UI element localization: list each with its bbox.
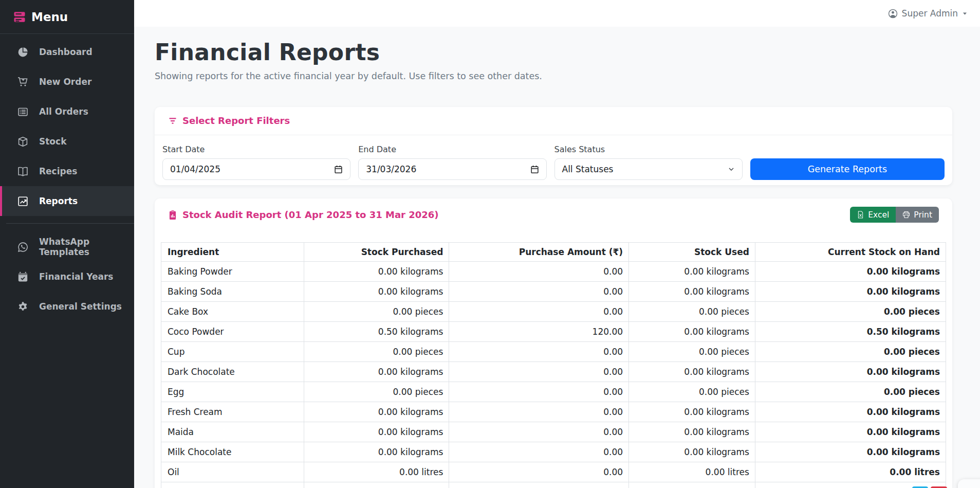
value-cell: 0.00 kilograms xyxy=(629,442,755,462)
sidebar-item-label: Financial Years xyxy=(39,272,114,282)
value-cell: 0.00 kilograms xyxy=(629,402,755,422)
page-title: Financial Reports xyxy=(155,40,952,65)
sidebar-item-label: General Settings xyxy=(39,301,122,312)
graph-up-icon xyxy=(17,196,28,207)
ingredient-cell: Fresh Cream xyxy=(161,402,304,422)
user-name: Super Admin xyxy=(902,8,958,19)
value-cell: 0.00 pieces xyxy=(629,342,755,362)
stock-audit-table: IngredientStock PurchasedPurchase Amount… xyxy=(161,242,946,488)
topbar: Super Admin xyxy=(134,0,980,27)
start-date-input[interactable] xyxy=(162,158,350,180)
table-row: Cake Box0.00 pieces0.000.00 pieces0.00 p… xyxy=(161,302,946,322)
ingredient-cell: Cake Box xyxy=(161,302,304,322)
table-row: Other0.00 kilograms0.000.00 kilograms0.0… xyxy=(161,482,946,488)
value-cell: 0.00 kilograms xyxy=(629,282,755,302)
ingredient-cell: Dark Chocolate xyxy=(161,362,304,382)
sidebar-item-whatsapp-templates[interactable]: WhatsApp Templates xyxy=(0,232,134,262)
value-cell: 0.00 kilograms xyxy=(629,422,755,442)
value-cell: 0.00 litres xyxy=(304,462,449,482)
start-date-value[interactable] xyxy=(170,164,334,174)
table-wrap: IngredientStock PurchasedPurchase Amount… xyxy=(155,229,952,488)
value-cell: 0.00 kilograms xyxy=(755,442,946,462)
book-icon xyxy=(17,166,28,177)
sales-status-field: Sales Status All Statuses xyxy=(554,144,743,180)
table-row: Maida0.00 kilograms0.000.00 kilograms0.0… xyxy=(161,422,946,442)
end-date-value[interactable] xyxy=(366,164,530,174)
value-cell: 0.00 pieces xyxy=(755,342,946,362)
value-cell: 0.00 kilograms xyxy=(755,422,946,442)
clipboard-data-icon xyxy=(168,210,177,220)
sales-status-value: All Statuses xyxy=(562,164,614,174)
sidebar-item-recipes[interactable]: Recipes xyxy=(0,156,134,186)
value-cell: 0.00 kilograms xyxy=(755,262,946,282)
table-row: Baking Soda0.00 kilograms0.000.00 kilogr… xyxy=(161,282,946,302)
value-cell: 0.00 kilograms xyxy=(304,362,449,382)
table-header-row: IngredientStock PurchasedPurchase Amount… xyxy=(161,243,946,262)
value-cell: 0.00 kilograms xyxy=(755,282,946,302)
floating-widget[interactable] xyxy=(958,479,980,488)
column-header-purchase-amount: Purchase Amount (₹) xyxy=(449,243,629,262)
ingredient-cell: Baking Powder xyxy=(161,262,304,282)
table-row: Coco Powder0.50 kilograms120.000.00 kilo… xyxy=(161,322,946,342)
end-date-input[interactable] xyxy=(358,158,546,180)
print-button[interactable]: Print xyxy=(896,207,939,223)
sidebar-item-financial-years[interactable]: Financial Years xyxy=(0,262,134,292)
calendar-icon[interactable] xyxy=(530,165,539,174)
value-cell: 0.00 xyxy=(449,402,629,422)
filter-card-header: Select Report Filters xyxy=(155,107,952,135)
menu-icon xyxy=(13,11,26,23)
calendar-icon[interactable] xyxy=(334,165,343,174)
value-cell: 0.00 pieces xyxy=(304,382,449,402)
sidebar-item-new-order[interactable]: New Order xyxy=(0,67,134,97)
generate-reports-button[interactable]: Generate Reports xyxy=(750,158,945,180)
value-cell: 0.00 kilograms xyxy=(304,402,449,422)
start-date-label: Start Date xyxy=(162,144,350,155)
user-menu[interactable]: Super Admin xyxy=(888,0,968,27)
sidebar-item-label: WhatsApp Templates xyxy=(39,237,134,257)
caret-down-icon xyxy=(962,8,968,19)
value-cell: 0.00 kilograms xyxy=(304,282,449,302)
value-cell: 0.00 pieces xyxy=(755,382,946,402)
table-row: Oil0.00 litres0.000.00 litres0.00 litres xyxy=(161,462,946,482)
value-cell: 0.00 xyxy=(449,482,629,488)
value-cell: 0.00 xyxy=(449,262,629,282)
report-title: Stock Audit Report (01 Apr 2025 to 31 Ma… xyxy=(182,208,439,222)
sidebar-item-stock[interactable]: Stock xyxy=(0,126,134,156)
sidebar-item-dashboard[interactable]: Dashboard xyxy=(0,37,134,67)
sidebar-item-label: All Orders xyxy=(39,106,88,117)
value-cell: 0.00 kilograms xyxy=(629,482,755,488)
sidebar-item-general-settings[interactable]: General Settings xyxy=(0,292,134,321)
ingredient-cell: Egg xyxy=(161,382,304,402)
sidebar-brand: Menu xyxy=(0,0,134,34)
ingredient-cell: Other xyxy=(161,482,304,488)
sales-status-select[interactable]: All Statuses xyxy=(554,158,743,180)
excel-export-button[interactable]: Excel xyxy=(850,207,896,223)
ingredient-cell: Baking Soda xyxy=(161,282,304,302)
chevron-down-icon xyxy=(728,166,735,173)
printer-icon xyxy=(902,211,910,219)
excel-button-label: Excel xyxy=(868,210,889,220)
ingredient-cell: Milk Chocolate xyxy=(161,442,304,462)
sidebar-nav-secondary: WhatsApp TemplatesFinancial YearsGeneral… xyxy=(0,232,134,321)
print-button-label: Print xyxy=(914,210,932,220)
app-window: Menu DashboardNew OrderAll OrdersStockRe… xyxy=(0,0,980,488)
value-cell: 0.00 xyxy=(449,362,629,382)
main-content: Financial Reports Showing reports for th… xyxy=(134,27,980,488)
value-cell: 0.00 pieces xyxy=(629,382,755,402)
ingredient-cell: Oil xyxy=(161,462,304,482)
value-cell: 0.00 xyxy=(449,422,629,442)
value-cell: 0.00 xyxy=(449,282,629,302)
sidebar-item-label: Reports xyxy=(39,196,78,206)
sidebar-item-reports[interactable]: Reports xyxy=(0,186,134,216)
card-list-icon xyxy=(17,106,28,117)
report-card-header: Stock Audit Report (01 Apr 2025 to 31 Ma… xyxy=(155,198,952,229)
table-row: Baking Powder0.00 kilograms0.000.00 kilo… xyxy=(161,262,946,282)
sidebar-item-all-orders[interactable]: All Orders xyxy=(0,97,134,126)
filter-body: Start Date End Date Sales Status xyxy=(155,135,952,185)
column-header-stock-purchased: Stock Purchased xyxy=(304,243,449,262)
value-cell: 0.00 kilograms xyxy=(304,442,449,462)
table-row: Dark Chocolate0.00 kilograms0.000.00 kil… xyxy=(161,362,946,382)
value-cell: 0.00 litres xyxy=(629,462,755,482)
value-cell: 0.00 kilograms xyxy=(755,402,946,422)
report-card: Stock Audit Report (01 Apr 2025 to 31 Ma… xyxy=(155,198,952,488)
